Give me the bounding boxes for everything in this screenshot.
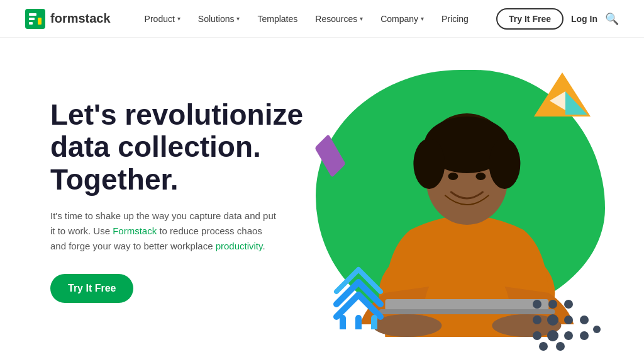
svg-point-35 [580,331,589,340]
nav-item-templates[interactable]: Templates [248,9,306,29]
svg-point-15 [448,173,458,180]
svg-point-27 [564,300,573,309]
nav-item-company[interactable]: Company ▾ [372,9,433,29]
nav-right: Try It Free Log In 🔍 [496,8,619,30]
svg-point-16 [475,173,486,180]
arrow-decorations [531,69,594,126]
hero-content-left: Let's revolutionize data collection. Tog… [50,99,314,304]
svg-point-14 [489,139,520,189]
hero-section: Let's revolutionize data collection. Tog… [0,38,644,364]
search-icon[interactable]: 🔍 [605,12,619,26]
svg-point-36 [593,326,601,333]
svg-rect-1 [29,13,36,16]
logo-icon [25,9,45,29]
chevron-down-icon: ▾ [177,15,180,22]
hero-illustration [314,38,606,364]
svg-point-30 [564,316,573,324]
chevron-down-icon: ▾ [236,15,240,22]
svg-point-31 [580,316,589,324]
nav-item-solutions[interactable]: Solutions ▾ [189,9,249,29]
svg-rect-3 [29,22,33,25]
svg-point-25 [533,300,541,309]
formstack-link[interactable]: Formstack [113,225,157,236]
hero-cta-button[interactable]: Try It Free [50,274,133,303]
svg-point-38 [556,342,565,351]
logo-link[interactable]: formstack [25,9,111,29]
hero-subtext: It's time to shake up the way you captur… [50,208,277,254]
brand-name: formstack [50,11,111,26]
svg-point-26 [548,300,557,309]
svg-point-37 [539,342,548,351]
nav-item-resources[interactable]: Resources ▾ [306,9,372,29]
chevron-down-icon: ▾ [360,15,363,22]
svg-point-13 [413,139,445,189]
svg-point-32 [533,331,541,340]
productivity-link[interactable]: productivity [216,241,263,251]
svg-point-28 [533,316,541,324]
nav-try-free-button[interactable]: Try It Free [496,8,564,30]
svg-point-33 [547,330,558,341]
svg-point-34 [564,331,573,340]
nav-login-link[interactable]: Log In [571,14,597,24]
chevron-down-icon: ▾ [421,15,424,22]
nav-item-pricing[interactable]: Pricing [433,9,477,29]
nav-links: Product ▾ Solutions ▾ Templates Resource… [136,9,496,29]
svg-rect-4 [38,18,42,25]
blue-chevron-decorations [330,266,387,329]
svg-rect-2 [29,18,35,20]
nav-item-product[interactable]: Product ▾ [136,9,189,29]
svg-rect-0 [25,9,45,29]
dots-decoration [528,295,603,351]
navbar: formstack Product ▾ Solutions ▾ Template… [0,0,644,38]
hero-heading: Let's revolutionize data collection. Tog… [50,99,314,196]
svg-rect-17 [385,299,548,310]
svg-point-29 [547,314,558,326]
